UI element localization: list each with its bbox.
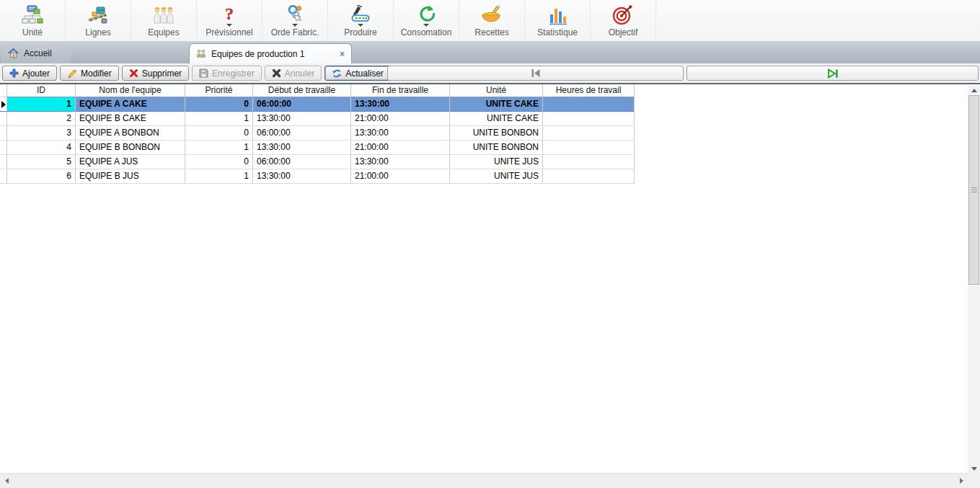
table-row[interactable]: 5EQUIPE A JUS006:00:0013:30:00UNITE JUS	[0, 155, 635, 169]
grid-cell[interactable]	[543, 141, 635, 155]
grid-cell[interactable]: 1	[185, 169, 253, 184]
delete-x-icon	[129, 68, 138, 78]
grid-cell[interactable]: 06:00:00	[253, 155, 351, 169]
ribbon-item-orde-fabric[interactable]: Orde Fabric.	[262, 0, 328, 41]
grid-cell[interactable]: 13:30:00	[351, 97, 450, 112]
ribbon-item-equipes[interactable]: Equipes	[131, 0, 197, 41]
scroll-left-icon[interactable]	[1, 474, 12, 488]
grid-cell[interactable]: 21:00:00	[351, 169, 450, 184]
horizontal-scrollbar[interactable]	[0, 473, 968, 488]
grid-cell[interactable]: 06:00:00	[253, 126, 351, 141]
grid-cell[interactable]: UNITE BONBON	[450, 126, 543, 141]
row-indicator-cell	[0, 169, 7, 184]
grid-cell[interactable]: 21:00:00	[351, 141, 450, 155]
grid-cell[interactable]: 2	[7, 112, 76, 126]
grid-cell[interactable]: 3	[7, 126, 76, 141]
first-record-button[interactable]	[387, 66, 684, 81]
grid-cell[interactable]: UNITE BONBON	[450, 141, 543, 155]
ribbon-item-previsionnel[interactable]: ? Prévisionnel	[197, 0, 262, 41]
grid-cell[interactable]: 21:00:00	[351, 112, 450, 126]
production-line-icon	[87, 3, 109, 27]
tab-accueil-label: Accueil	[24, 48, 52, 58]
table-row[interactable]: 2EQUIPE B CAKE113:30:0021:00:00UNITE CAK…	[0, 112, 635, 126]
grid-cell[interactable]	[543, 155, 635, 169]
row-indicator-cell	[0, 126, 7, 141]
grid-cell[interactable]: 5	[7, 155, 76, 169]
scroll-down-icon[interactable]	[968, 464, 980, 474]
tab-accueil[interactable]: Accueil	[1, 43, 71, 63]
row-indicator-cell	[0, 155, 7, 169]
supprimer-button[interactable]: Supprimer	[122, 66, 189, 81]
grid-cell[interactable]: 0	[185, 97, 253, 112]
vertical-scrollbar[interactable]	[968, 86, 980, 474]
table-row[interactable]: 1EQUIPE A CAKE006:00:0013:30:00UNITE CAK…	[0, 97, 635, 112]
recycle-icon	[416, 3, 436, 27]
grid-cell[interactable]: 13:30:00	[351, 126, 450, 141]
chevron-down-icon	[423, 24, 429, 27]
row-indicator-cell	[0, 141, 7, 155]
actualiser-button[interactable]: Actualiser	[325, 66, 391, 81]
grid-cell[interactable]: 13:30:00	[253, 141, 351, 155]
scroll-up-icon[interactable]	[968, 86, 980, 95]
grid-cell[interactable]: 0	[185, 126, 253, 141]
grid-cell[interactable]: 1	[185, 141, 253, 155]
cancel-x-icon	[272, 68, 281, 78]
column-header[interactable]: Fin de travaille	[351, 84, 450, 97]
grid-cell[interactable]: EQUIPE B JUS	[76, 169, 185, 184]
grid-cell[interactable]: UNITE JUS	[450, 169, 543, 184]
grid-cell[interactable]: EQUIPE A JUS	[76, 155, 185, 169]
ribbon-item-unite[interactable]: Unité	[0, 0, 66, 41]
grid-cell[interactable]	[543, 112, 635, 126]
ribbon-item-label: Statistique	[537, 27, 578, 37]
grid-cell[interactable]: UNITE CAKE	[450, 112, 543, 126]
column-header[interactable]: Nom de l'equipe	[76, 84, 185, 97]
grid-cell[interactable]: EQUIPE B CAKE	[76, 112, 185, 126]
ribbon-item-recettes[interactable]: Recettes	[459, 0, 525, 41]
save-icon	[199, 68, 208, 78]
column-header[interactable]: Début de travaille	[253, 84, 351, 97]
grid-cell[interactable]: 13:30:00	[253, 169, 351, 184]
ribbon-item-consomation[interactable]: Consomation	[394, 0, 459, 41]
table-row[interactable]: 3EQUIPE A BONBON006:00:0013:30:00UNITE B…	[0, 126, 635, 141]
vertical-scrollbar-thumb[interactable]	[968, 95, 979, 285]
grid-cell[interactable]: 1	[7, 97, 76, 112]
annuler-button[interactable]: Annuler	[265, 66, 322, 81]
grid-cell[interactable]: EQUIPE A CAKE	[76, 97, 185, 112]
ribbon-item-produire[interactable]: Produire	[328, 0, 394, 41]
grid-cell[interactable]: 13:30:00	[253, 112, 351, 126]
scroll-right-icon[interactable]	[956, 474, 966, 488]
grid-cell[interactable]: 0	[185, 155, 253, 169]
ribbon-item-statistique[interactable]: Statistique	[525, 0, 591, 41]
grid-cell[interactable]: 1	[185, 112, 253, 126]
grid-cell[interactable]	[543, 169, 635, 184]
column-header[interactable]: Heures de travail	[543, 84, 635, 97]
column-header[interactable]: Priorité	[185, 84, 253, 97]
record-toolbar: Ajouter Modifier Supprimer Enreg	[0, 63, 980, 83]
ribbon-item-label: Unité	[22, 27, 43, 37]
grid-cell[interactable]: EQUIPE B BONBON	[76, 141, 185, 155]
column-header[interactable]: Unité	[450, 84, 543, 97]
grid-cell[interactable]: 13:30:00	[351, 155, 450, 169]
modifier-button[interactable]: Modifier	[60, 66, 119, 81]
ribbon-item-lignes[interactable]: Lignes	[66, 0, 131, 41]
table-row[interactable]: 6EQUIPE B JUS113:30:0021:00:00UNITE JUS	[0, 169, 635, 184]
ajouter-button[interactable]: Ajouter	[2, 66, 57, 81]
ribbon-item-objectif[interactable]: Objectif	[591, 0, 656, 41]
grid-cell[interactable]: UNITE JUS	[450, 155, 543, 169]
close-icon[interactable]: ×	[340, 50, 345, 58]
grid-cell[interactable]: EQUIPE A BONBON	[76, 126, 185, 141]
chevron-down-icon	[292, 24, 298, 27]
column-header[interactable]: ID	[7, 84, 76, 97]
enregistrer-button[interactable]: Enregistrer	[192, 66, 262, 81]
last-record-button[interactable]	[687, 66, 979, 81]
grid-cell[interactable]: UNITE CAKE	[450, 97, 543, 112]
ribbon-item-label: Equipes	[148, 27, 179, 37]
grid-cell[interactable]	[543, 126, 635, 141]
grid-cell[interactable]: 06:00:00	[253, 97, 351, 112]
grid-cell[interactable]: 6	[7, 169, 76, 184]
ribbon-toolbar: Unité Lignes	[0, 0, 980, 42]
table-row[interactable]: 4EQUIPE B BONBON113:30:0021:00:00UNITE B…	[0, 141, 635, 155]
grid-cell[interactable]	[543, 97, 635, 112]
grid-cell[interactable]: 4	[7, 141, 76, 155]
tab-equipes-de-production[interactable]: Equipes de production 1 ×	[189, 43, 352, 63]
